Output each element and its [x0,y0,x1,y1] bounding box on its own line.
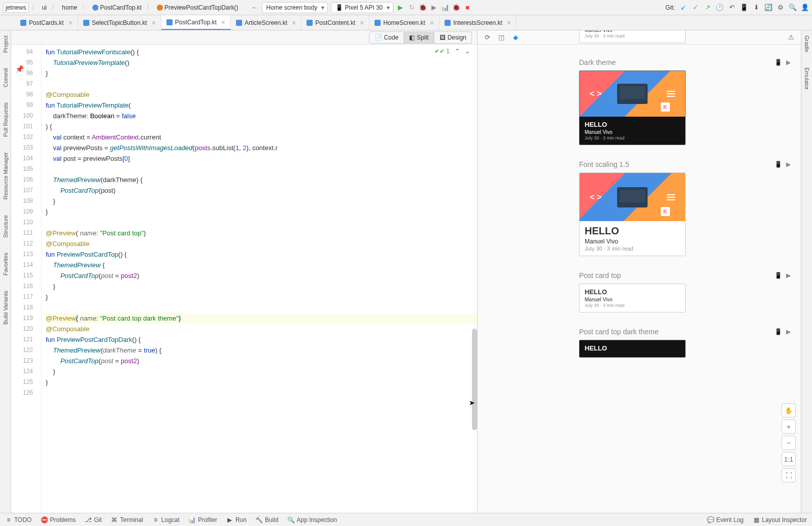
breadcrumb-root[interactable]: jetnews [3,3,29,13]
status-bar-item[interactable]: ⌘Terminal [111,516,143,523]
status-bar-item[interactable]: 📊Profiler [189,516,217,523]
preview-card[interactable]: HELLOManuel VivoJuly 30 · 3 min read [579,30,686,43]
file-tab[interactable]: PostCardTop.kt× [161,15,231,30]
breadcrumb-file[interactable]: PostCardTop.kt [90,3,144,12]
tool-window-tab[interactable]: Build Variants [3,291,9,325]
status-bar-item[interactable]: ≡TODO [5,516,31,523]
zoom-button[interactable]: ✋ [782,403,796,417]
kotlin-file-icon [83,20,89,26]
tool-window-tab[interactable]: Resource Manager [3,152,9,200]
tool-window-tab[interactable]: Emulator [804,67,810,90]
editor-scrollbar[interactable] [472,329,477,430]
tool-window-tab[interactable]: Structure [3,215,9,238]
zoom-button[interactable]: + [782,419,796,434]
preview-card[interactable]: < >KHELLOManuel VivoJuly 30 · 3 min read [579,71,686,145]
git-revert-icon[interactable]: ↶ [728,4,736,12]
deploy-preview-icon[interactable]: 📱 [774,59,782,66]
file-tab[interactable]: ArticleScreen.kt× [231,15,301,30]
back-icon[interactable]: ← [251,4,259,12]
file-tab[interactable]: PostContent.kt× [301,15,369,30]
inspection-widget[interactable]: ✔︎✔︎ 1 ⌃ ⌄ [434,48,470,55]
interactive-preview-icon[interactable]: ▶ [786,272,791,279]
interactive-preview-icon[interactable]: ▶ [786,328,791,335]
interactive-preview-icon[interactable]: ▶ [786,59,791,66]
code-area[interactable]: fun TutorialPreviewFontscale() { Tutoria… [42,45,477,513]
status-bar-item[interactable]: ⎇Git [85,516,101,523]
file-tab[interactable]: InterestsScreen.kt× [439,15,517,30]
preview-card[interactable]: < >KHELLOManuel VivoJuly 30 · 3 min read [579,172,686,256]
zoom-controls: ✋+−1:1⛶ [782,403,796,482]
deploy-preview-icon[interactable]: 📱 [774,161,782,168]
status-bar-item[interactable]: 🔨Build [256,516,279,523]
settings-icon[interactable]: ⚙ [776,4,785,12]
close-tab-icon[interactable]: × [507,19,511,27]
preview-card[interactable]: HELLO [579,340,686,358]
view-mode-design[interactable]: 🖼 Design [434,31,472,44]
git-history-icon[interactable]: 🕐 [716,4,724,12]
tool-window-tab[interactable]: Project [3,36,9,53]
sdk-manager-icon[interactable]: ⬇ [752,4,760,12]
attach-debugger-icon[interactable]: 🐞 [452,4,460,12]
tool-window-tab[interactable]: Gradle [804,36,810,52]
run-icon[interactable]: ▶ [396,4,404,12]
view-mode-split[interactable]: ◧ Split [404,31,434,44]
file-tab[interactable]: HomeScreen.kt× [369,15,439,30]
pin-icon[interactable]: 📌 [15,65,24,73]
git-update-icon[interactable]: ↙ [679,4,687,12]
preview-group: Font scaling 1.5📱▶< >KHELLOManuel VivoJu… [478,160,801,256]
close-tab-icon[interactable]: × [152,19,156,27]
view-mode-code[interactable]: 📄 Code [369,31,404,44]
search-icon[interactable]: 🔍 [789,4,797,12]
profile-icon[interactable]: 📊 [441,4,449,12]
tool-window-tab[interactable]: Pull Requests [3,102,9,137]
close-tab-icon[interactable]: × [430,19,434,27]
kotlin-file-icon [375,20,381,26]
tool-window-tab[interactable]: Favorites [3,253,9,275]
user-icon[interactable]: 👤 [801,4,809,12]
card-meta: July 30 · 3 min read [585,135,680,141]
git-commit-icon[interactable]: ✓ [691,4,699,12]
editor-pane: 📄 Code ◧ Split 🖼 Design 9495969798991001… [11,30,477,513]
prev-highlight-icon[interactable]: ⌃ [455,48,460,55]
status-bar-item[interactable]: ▦Layout Inspector [753,516,807,523]
status-bar-item[interactable]: 💬Event Log [707,516,743,523]
status-bar-item[interactable]: ▶Run [226,516,247,523]
breadcrumb-item[interactable]: ui [40,3,49,12]
file-tab[interactable]: SelectTopicButton.kt× [78,15,161,30]
coverage-icon[interactable]: ▶ [430,4,438,12]
close-tab-icon[interactable]: × [69,19,73,27]
breadcrumb-item[interactable]: home [60,3,79,12]
deploy-preview-icon[interactable]: 📱 [774,272,782,279]
status-bar-item[interactable]: 🔍App Inspection [288,516,337,523]
close-tab-icon[interactable]: × [360,19,364,27]
next-highlight-icon[interactable]: ⌄ [465,48,470,55]
status-bar-item[interactable]: ≡Logcat [152,516,180,523]
git-push-icon[interactable]: ↗ [703,4,712,12]
run-config-dropdown[interactable]: Home screen body [262,2,328,13]
apply-changes-icon[interactable]: ↻ [408,4,416,12]
kotlin-file-icon [20,20,26,26]
main-toolbar: jetnews 〉 ui 〉 home 〉 PostCardTop.kt 〉 P… [0,0,812,15]
zoom-button[interactable]: − [782,436,796,450]
zoom-button[interactable]: 1:1 [782,452,796,466]
deploy-preview-icon[interactable]: 📱 [774,328,782,335]
sync-icon[interactable]: 🔄 [764,4,772,12]
file-tab[interactable]: PostCards.kt× [15,15,78,30]
right-tool-strip: GradleEmulator [801,30,812,513]
preview-surface[interactable]: HELLOManuel VivoJuly 30 · 3 min readDark… [478,45,801,513]
debug-icon[interactable]: 🐞 [419,4,427,12]
stop-icon[interactable]: ■ [463,4,471,12]
zoom-button[interactable]: ⛶ [782,468,796,482]
avd-manager-icon[interactable]: 📱 [740,4,748,12]
file-tab-label: InterestsScreen.kt [453,19,502,26]
interactive-preview-icon[interactable]: ▶ [786,161,791,168]
file-tab-label: PostContent.kt [315,19,355,26]
tool-window-tab[interactable]: Commit [3,68,9,87]
close-tab-icon[interactable]: × [292,19,296,27]
device-dropdown[interactable]: 📱 Pixel 5 API 30 [331,2,393,13]
close-tab-icon[interactable]: × [221,18,225,26]
preview-card[interactable]: HELLOManuel VivoJuly 30 · 3 min read [579,284,686,312]
status-bar-item[interactable]: ⛔Problems [41,516,76,523]
card-author: Manuel Vivo [585,297,680,302]
breadcrumb-function[interactable]: PreviewPostCardTopDark() [155,3,240,12]
